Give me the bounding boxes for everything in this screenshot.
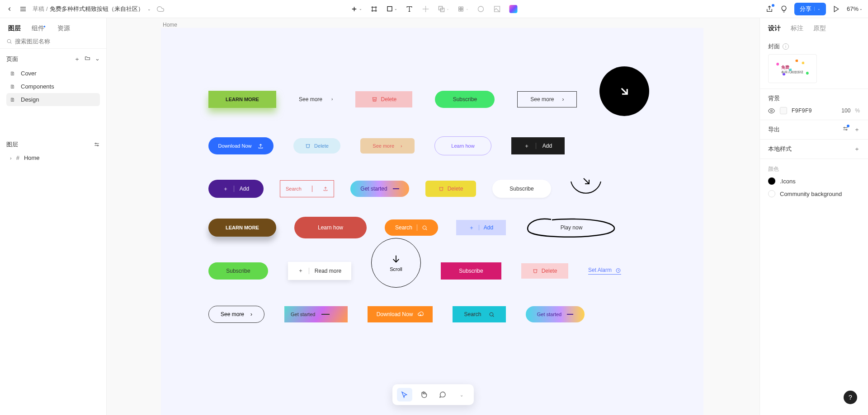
line-icon — [567, 314, 573, 315]
more-tools[interactable]: ⌄ — [454, 388, 469, 401]
arrow-down-right-icon — [618, 84, 631, 98]
comment-tool[interactable] — [435, 388, 450, 401]
canvas-btn-learn-green[interactable]: LEARN MORE — [208, 91, 276, 108]
label: Learn how — [318, 224, 343, 231]
mask-tool-icon[interactable] — [477, 5, 485, 13]
folder-icon[interactable] — [85, 55, 90, 63]
style-community-bg[interactable]: Community background — [760, 187, 868, 200]
tab-layers[interactable]: 图层 — [8, 24, 21, 33]
search-input[interactable] — [15, 38, 100, 45]
canvas-btn-scroll-circle[interactable]: Scroll — [371, 238, 421, 288]
style-icons[interactable]: .Icons — [760, 175, 868, 187]
tab-annotate[interactable]: 标注 — [791, 24, 803, 33]
bg-swatch[interactable] — [780, 107, 787, 114]
canvas-btn-arrow-circle[interactable] — [599, 66, 649, 116]
canvas-btn-seemore-tan[interactable]: See more› — [360, 138, 415, 154]
canvas-btn-download-blue[interactable]: Download Now — [208, 137, 274, 154]
hand-tool[interactable] — [416, 388, 431, 401]
frame-tool-icon[interactable] — [370, 5, 378, 13]
canvas-btn-add-purple[interactable]: ＋Add — [208, 180, 264, 198]
add-page-icon[interactable]: ＋ — [74, 55, 80, 63]
canvas-btn-getstarted-grad3[interactable]: Get started — [526, 306, 585, 322]
canvas-btn-download-orange[interactable]: Download Now — [368, 306, 433, 322]
share-button[interactable]: 分享⌄ — [794, 3, 826, 15]
export-share-icon[interactable] — [765, 5, 774, 13]
canvas[interactable]: Home LEARN MORE See more› Delete Subscri… — [107, 18, 760, 415]
canvas-btn-seemore-link[interactable]: See more› — [299, 96, 333, 103]
canvas-btn-getstarted-grad2[interactable]: Get started — [284, 306, 348, 322]
canvas-btn-seemore-box[interactable]: See more› — [517, 91, 577, 107]
search-icon — [422, 225, 428, 231]
collapse-pages-icon[interactable]: ⌄ — [95, 55, 100, 63]
pointer-tool[interactable] — [397, 388, 412, 401]
add-export-icon[interactable]: ＋ — [854, 126, 860, 134]
text-tool-icon[interactable] — [406, 5, 414, 13]
page-item-design[interactable]: 🗎Design — [6, 93, 100, 106]
help-button[interactable]: ? — [844, 391, 857, 404]
canvas-btn-subscribe-lime[interactable]: Subscribe — [208, 262, 268, 280]
share-label: 分享 — [800, 5, 811, 13]
lightbulb-icon[interactable] — [780, 5, 788, 13]
canvas-btn-search-orange[interactable]: Search — [385, 219, 438, 236]
add-tool[interactable]: ⌄ — [351, 5, 362, 13]
chevron-down-icon[interactable]: ⌄ — [147, 7, 151, 11]
canvas-btn-delete-soft[interactable]: Delete — [293, 138, 340, 154]
breadcrumb[interactable]: 草稿 / 免费多种样式精致按钮（来自社区） ⌄ — [33, 5, 151, 13]
layer-search[interactable] — [0, 37, 106, 49]
zoom-control[interactable]: 67%⌄ — [847, 5, 863, 12]
layer-item-home[interactable]: › # Home — [0, 151, 106, 164]
canvas-btn-seemore-pill[interactable]: See more› — [208, 306, 264, 323]
tab-design[interactable]: 设计 — [768, 24, 781, 33]
canvas-btn-set-alarm[interactable]: Set Alarm — [588, 267, 621, 275]
canvas-btn-delete-pink[interactable]: Delete — [355, 91, 412, 107]
canvas-btn-delete-yellow[interactable]: Delete — [425, 181, 476, 197]
tab-components[interactable]: 组件● — [32, 24, 47, 33]
layers-options-icon[interactable] — [94, 141, 100, 148]
label: LEARN MORE — [226, 225, 259, 230]
canvas-btn-learn-outline[interactable]: Learn how — [434, 136, 491, 155]
svg-rect-21 — [459, 9, 461, 11]
local-styles-header: 本地样式 — [768, 145, 792, 153]
play-icon[interactable] — [832, 5, 840, 13]
add-style-icon[interactable]: ＋ — [854, 145, 860, 153]
image-tool-icon[interactable] — [493, 5, 501, 13]
canvas-btn-learn-brown[interactable]: LEARN MORE — [208, 219, 276, 237]
cloud-download-icon — [417, 311, 424, 317]
canvas-btn-arc[interactable] — [567, 176, 604, 199]
visibility-icon[interactable] — [768, 107, 775, 114]
back-icon[interactable] — [5, 5, 14, 13]
info-icon[interactable]: i — [783, 43, 789, 50]
export-settings-icon[interactable] — [842, 126, 849, 134]
svg-point-27 — [7, 39, 11, 43]
label: Subscribe — [509, 186, 533, 192]
canvas-btn-readmore-white[interactable]: ＋Read more — [288, 262, 351, 280]
page-item-cover[interactable]: 🗎Cover — [6, 67, 100, 80]
tab-prototype[interactable]: 原型 — [813, 24, 826, 33]
tab-assets[interactable]: 资源 — [57, 24, 70, 33]
shape-tool[interactable]: ⌄ — [387, 5, 397, 12]
canvas-btn-search-teal[interactable]: Search — [453, 306, 506, 322]
canvas-btn-subscribe-white[interactable]: Subscribe — [492, 180, 551, 198]
canvas-btn-learn-red[interactable]: Learn how — [294, 217, 367, 238]
canvas-btn-add-dark[interactable]: ＋Add — [511, 137, 565, 154]
boolean-tool[interactable]: ⌄ — [438, 5, 449, 13]
canvas-btn-delete-rose[interactable]: Delete — [521, 263, 568, 279]
canvas-btn-subscribe-pink[interactable]: Subscribe — [441, 262, 501, 280]
artboard-home[interactable]: LEARN MORE See more› Delete Subscribe Se… — [161, 28, 703, 415]
canvas-frame-label[interactable]: Home — [163, 22, 177, 28]
component-tool[interactable]: ⌄ — [458, 5, 469, 13]
cloud-sync-icon[interactable] — [156, 5, 165, 13]
page-item-components[interactable]: 🗎Components — [6, 80, 100, 93]
layers-header: 图层 — [6, 140, 18, 149]
menu-icon[interactable] — [19, 5, 27, 13]
canvas-btn-play-scribble[interactable]: Play now — [524, 217, 619, 238]
canvas-btn-search-outline[interactable]: Search — [280, 180, 334, 197]
canvas-btn-getstarted-grad[interactable]: Get started — [350, 181, 409, 197]
canvas-btn-add-lavender[interactable]: ＋Add — [456, 220, 506, 235]
bg-hex[interactable]: F9F9F9 — [792, 107, 812, 114]
cover-thumbnail[interactable]: 免费 各样式精致按钮 — [768, 54, 817, 83]
bg-opacity[interactable]: 100 — [841, 107, 850, 114]
ai-logo-icon[interactable] — [509, 5, 518, 13]
canvas-btn-subscribe-green[interactable]: Subscribe — [435, 91, 495, 108]
align-tool-icon[interactable] — [422, 5, 430, 13]
